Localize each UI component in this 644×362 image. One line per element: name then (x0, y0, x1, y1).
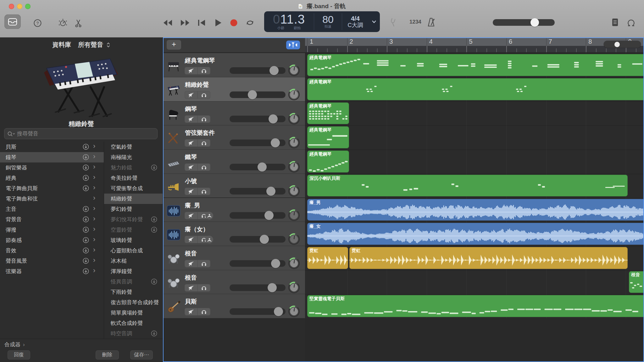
fast-forward-button[interactable] (180, 19, 190, 27)
track-volume-thumb[interactable] (271, 138, 280, 147)
track-volume-thumb[interactable] (258, 162, 267, 172)
track-volume-slider[interactable] (230, 67, 286, 74)
solo-button[interactable] (198, 284, 211, 292)
pan-knob[interactable] (288, 112, 300, 125)
library-category-6[interactable]: 電子舞曲和弦› (0, 194, 104, 204)
horizontal-zoom-slider[interactable] (604, 41, 641, 48)
delete-button[interactable]: 刪除 (96, 350, 119, 359)
add-track-button[interactable]: + (167, 40, 181, 50)
region-9-drums[interactable]: 霓虹 (307, 247, 348, 269)
track-volume-thumb[interactable] (268, 283, 277, 292)
solo-button[interactable] (198, 139, 211, 147)
track-volume-slider[interactable] (230, 260, 286, 267)
library-patch-8[interactable]: 夢幻悅耳鈴聲 (104, 214, 163, 225)
smart-controls-button[interactable] (58, 18, 68, 28)
pan-knob[interactable] (288, 161, 300, 173)
lcd-tempo-section[interactable]: 80 拍速 (314, 11, 342, 32)
track-header-9[interactable]: 根音 (163, 246, 305, 270)
region-6-bass-sparse[interactable]: 深沉小喇叭貝斯 (307, 175, 628, 197)
track-volume-slider[interactable] (230, 308, 286, 315)
breadcrumb[interactable]: 合成器› (4, 341, 25, 348)
track-header-7[interactable]: 癢_男 (163, 198, 305, 222)
download-icon[interactable] (151, 330, 158, 337)
download-icon[interactable] (151, 216, 158, 223)
library-category-1[interactable]: 貝斯› (0, 142, 104, 152)
download-icon[interactable] (82, 185, 89, 192)
track-header-8[interactable]: 癢（女） (163, 222, 305, 246)
track-header-5[interactable]: 鐵琴 (163, 150, 305, 174)
download-icon[interactable] (82, 268, 89, 275)
library-patch-4[interactable]: 奇美拉鈴聲 (104, 173, 163, 183)
solo-button[interactable] (198, 91, 211, 99)
track-header-11[interactable]: 貝斯 (163, 294, 305, 318)
track-name[interactable]: 根音 (185, 274, 197, 282)
play-button[interactable] (214, 19, 222, 27)
download-icon[interactable] (82, 164, 89, 171)
library-category-2[interactable]: 鐘琴› (0, 152, 104, 162)
catch-playhead-button[interactable] (286, 41, 300, 49)
library-category-7[interactable]: 主音› (0, 204, 104, 214)
track-volume-slider[interactable] (230, 140, 286, 146)
region-1-intro[interactable]: 經典電鋼琴 (307, 54, 644, 76)
library-patch-18[interactable]: 軟式合成鈴聲 (104, 318, 163, 328)
tuner-button[interactable] (388, 18, 397, 27)
mute-button[interactable] (185, 139, 198, 147)
download-icon[interactable] (82, 237, 89, 244)
library-patch-15[interactable]: 下雨鈴聲 (104, 287, 163, 297)
mute-button[interactable] (185, 115, 198, 123)
solo-button[interactable] (198, 67, 211, 74)
library-category-4[interactable]: 經典› (0, 173, 104, 183)
library-patch-13[interactable]: 渾厚鐘聲 (104, 266, 163, 277)
zoom-slider-thumb[interactable] (614, 42, 620, 47)
library-patch-10[interactable]: 玻璃鈴聲 (104, 235, 163, 245)
download-icon[interactable] (82, 143, 89, 150)
mute-button[interactable] (185, 212, 198, 219)
count-in-button[interactable]: 1234 (409, 19, 421, 25)
region-2-sparse[interactable]: 經典電鋼琴 (307, 78, 644, 100)
library-patch-2[interactable]: 南極陽光 (104, 152, 163, 162)
track-volume-thumb[interactable] (260, 235, 269, 244)
track-header-10[interactable]: 根音 (163, 270, 305, 294)
download-icon[interactable] (82, 247, 89, 254)
track-name[interactable]: 精緻鈴聲 (185, 81, 209, 89)
region-10-drums[interactable]: 霓虹 (349, 247, 628, 269)
library-patch-17[interactable]: 簡單廣場鈴聲 (104, 308, 163, 318)
loop-browser-button[interactable] (627, 18, 636, 27)
lcd-display[interactable]: 011.3 小節 節拍 80 拍速 4/4 C大調 (264, 11, 380, 32)
search-input[interactable] (16, 130, 137, 137)
library-patch-3[interactable]: 魅力鈴鐺 (104, 162, 163, 173)
mute-button[interactable] (185, 163, 198, 171)
rewind-button[interactable] (163, 19, 173, 27)
library-patch-16[interactable]: 復古顫音琴合成鈴聲 (104, 297, 163, 308)
library-patch-6[interactable]: 精緻鈴聲 (104, 194, 163, 204)
track-name[interactable]: 小號 (185, 177, 197, 185)
solo-button[interactable] (198, 115, 211, 123)
track-header-6[interactable]: 小號 (163, 174, 305, 198)
track-volume-slider[interactable] (230, 188, 286, 195)
pan-knob[interactable] (288, 64, 300, 77)
track-name[interactable]: 癢_男 (185, 201, 200, 210)
mute-button[interactable] (185, 236, 198, 243)
timeline-area[interactable]: 123456789 經典電鋼琴經典電鋼琴經典電鋼琴經典電鋼琴經典電鋼琴深沉小喇叭… (305, 37, 644, 362)
library-category-3[interactable]: 銅管樂器› (0, 162, 104, 173)
library-category-5[interactable]: 電子舞曲貝斯› (0, 183, 104, 194)
library-toggle-button[interactable] (4, 14, 21, 29)
track-volume-thumb[interactable] (271, 259, 280, 268)
library-patch-11[interactable]: 心靈顫動合成 (104, 245, 163, 256)
download-icon[interactable] (82, 226, 89, 233)
track-volume-slider[interactable] (230, 91, 286, 98)
track-name[interactable]: 鐵琴 (185, 153, 197, 161)
lcd-chevron-button[interactable] (369, 11, 379, 32)
ruler-bar-numbers[interactable]: 123456789 (305, 37, 644, 46)
revert-button[interactable]: 回復 (8, 350, 30, 359)
track-name[interactable]: 癢（女） (185, 225, 209, 233)
track-volume-slider[interactable] (230, 284, 286, 291)
track-volume-thumb[interactable] (264, 211, 274, 220)
region-12-bassline[interactable]: 堅實靈魂電子貝斯 (307, 295, 644, 317)
region-11-few[interactable]: 根音 (629, 271, 644, 293)
track-volume-slider[interactable] (230, 236, 286, 243)
library-patch-7[interactable]: 夢幻鈴聲 (104, 204, 163, 214)
library-category-11[interactable]: 音效› (0, 245, 104, 256)
download-icon[interactable] (82, 257, 89, 264)
track-header-1[interactable]: 經典電鋼琴 (163, 53, 305, 77)
